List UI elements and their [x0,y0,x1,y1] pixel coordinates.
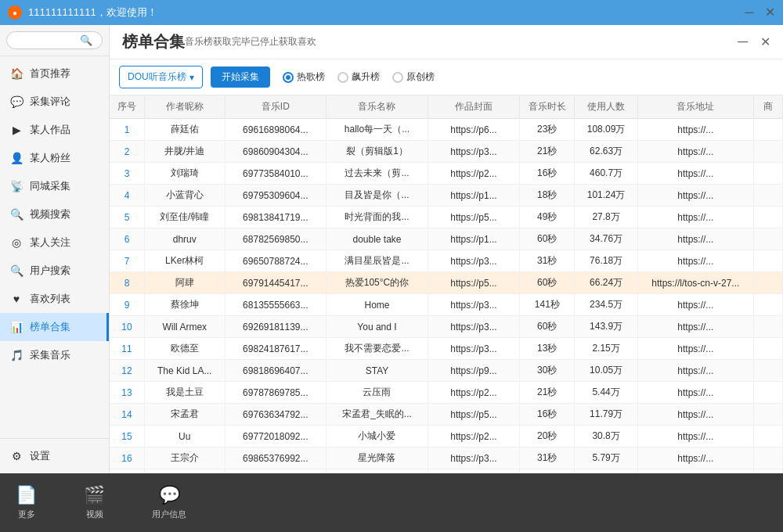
table-cell: 69772018092... [225,426,327,448]
table-cell: https://p9... [428,360,519,382]
table-row[interactable]: 8阿肆69791445417...热爱105°C的你https://p5...6… [110,272,783,294]
table-cell: https://p5... [428,404,519,426]
table-row[interactable]: 3刘瑞琦69773584010...过去未来（剪...https://p2...… [110,163,783,185]
window-controls: ─ ✕ [744,7,775,18]
table-cell: 10.05万 [575,360,637,382]
radio-original[interactable]: 原创榜 [392,70,435,84]
table-cell: 6 [110,228,144,250]
close-button[interactable]: ✕ [764,7,775,18]
table-cell: 68782569850... [225,228,327,250]
table-cell [753,272,782,294]
table-cell: 69269181139... [225,316,327,338]
table-row[interactable]: 14宋孟君69763634792...宋孟君_失眠的...https://p5.… [110,404,783,426]
table-cell: 31秒 [520,448,575,469]
table-cell: 8 [110,272,144,294]
sidebar-item-likes[interactable]: ♥ 喜欢列表 [0,285,109,313]
search-input[interactable] [13,35,80,46]
table-row[interactable]: 7LKer林柯69650788724...满目星辰皆是...https://p3… [110,250,783,272]
table-row[interactable]: 10Will Armex69269181139...You and Ihttps… [110,316,783,338]
table-cell: 60秒 [520,272,575,294]
table-cell: LKer林柯 [144,250,225,272]
sidebar-item-home[interactable]: 🏠 首页推荐 [0,59,109,88]
table-cell: 69860904304... [225,141,327,163]
table-cell: 69650788724... [225,250,327,272]
table-cell: https://... [637,338,753,360]
table-cell [753,207,782,228]
table-cell: https://l/tos-cn-v-27... [637,272,753,294]
sidebar-item-charts[interactable]: 📊 榜单合集 [0,313,109,341]
data-table: 序号 作者昵称 音乐ID 音乐名称 作品封面 音乐时长 使用人数 音乐地址 商 … [110,95,783,473]
sidebar-item-search[interactable]: 🔍 视频搜索 [0,200,109,228]
dropdown-label: DOU听音乐榜 [128,70,186,84]
bottom-item-more[interactable]: 📄 更多 [16,485,37,520]
minimize-icon[interactable]: ─ [738,34,748,50]
sidebar-item-comments[interactable]: 💬 采集评论 [0,88,109,116]
bottom-item-video[interactable]: 🎬 视频 [84,485,105,520]
table-cell: STAY [327,360,428,382]
app-icon: ● [8,5,22,20]
sidebar-item-local[interactable]: 📡 同城采集 [0,172,109,200]
table-row[interactable]: 16王宗介69865376992...星光降落https://p3...31秒5… [110,448,783,469]
table-cell: 2 [110,141,144,163]
radio-hot[interactable]: 热歌榜 [283,70,325,84]
bottom-item-user-info[interactable]: 💬 用户信息 [152,485,186,520]
table-cell: 16秒 [520,163,575,185]
toolbar: DOU听音乐榜 ▾ 开始采集 热歌榜 飙升榜 原创榜 [110,59,783,95]
table-cell [753,426,782,448]
table-cell: https://p3... [428,294,519,316]
table-row[interactable]: 4小蓝背心69795309604...目及皆是你（...https://p1..… [110,185,783,207]
start-collect-button[interactable]: 开始采集 [211,66,270,88]
minimize-button[interactable]: ─ [744,7,755,18]
table-cell: 10 [110,316,144,338]
table-cell: 16秒 [520,404,575,426]
table-cell: https://... [637,141,753,163]
sidebar-item-fans[interactable]: 👤 某人粉丝 [0,144,109,172]
table-row[interactable]: 12The Kid LA...69818696407...STAYhttps:/… [110,360,783,382]
table-cell: 蔡徐坤 [144,294,225,316]
sidebar-item-comments-label: 采集评论 [30,95,70,109]
table-cell [753,294,782,316]
sidebar-item-settings[interactable]: ⚙ 设置 [0,442,109,470]
table-row[interactable]: 2井胧/井迪69860904304...裂（剪辑版1）https://p3...… [110,141,783,163]
dropdown-button[interactable]: DOU听音乐榜 ▾ [119,66,203,88]
table-cell: 热爱105°C的你 [327,272,428,294]
table-cell: 阿肆 [144,272,225,294]
sidebar-item-user-search[interactable]: 🔍 用户搜索 [0,257,109,285]
sidebar-item-likes-label: 喜欢列表 [30,292,70,306]
sidebar-item-follow-label: 某人关注 [30,235,70,250]
table-cell: https://... [637,316,753,338]
table-cell: 27.8万 [575,207,637,228]
table-cell: 62.63万 [575,141,637,163]
table-cell: 11 [110,338,144,360]
table-row[interactable]: 6dhruv68782569850...double takehttps://p… [110,228,783,250]
table-cell: 裂（剪辑版1） [327,141,428,163]
table-cell: 云压雨 [327,382,428,404]
table-cell [753,448,782,469]
table-cell: 21秒 [520,141,575,163]
table-row[interactable]: 9蔡徐坤68135555663...Homehttps://p3...141秒2… [110,294,783,316]
table-row[interactable]: 13我是土豆69787869785...云压雨https://p2...21秒5… [110,382,783,404]
table-row[interactable]: 15Uu69772018092...小城小爱https://p2...20秒30… [110,426,783,448]
page-title: 榜单合集 [122,31,185,52]
table-cell: 69616898064... [225,119,327,141]
radio-dot-rising [337,72,348,83]
table-cell: https://... [637,448,753,469]
close-icon[interactable]: ✕ [760,34,770,49]
search-input-wrap[interactable]: 🔍 [6,31,103,49]
table-row[interactable]: 5刘至佳/韩瞳69813841719...时光背面的我...https://p5… [110,207,783,228]
sidebar-item-music[interactable]: 🎵 采集音乐 [0,341,109,369]
table-cell: https://... [637,404,753,426]
home-icon: 🏠 [9,66,23,81]
table-wrap[interactable]: 序号 作者昵称 音乐ID 音乐名称 作品封面 音乐时长 使用人数 音乐地址 商 … [110,95,783,473]
table-cell: 69824187617... [225,338,327,360]
col-duration: 音乐时长 [520,95,575,119]
sidebar-item-works[interactable]: ▶ 某人作品 [0,116,109,144]
table-row[interactable]: 1薛廷佑69616898064...hallo每一天（...https://p6… [110,119,783,141]
table-cell: 69795309604... [225,185,327,207]
radio-original-label: 原创榜 [406,70,435,84]
comments-icon: 💬 [9,95,23,109]
radio-rising[interactable]: 飙升榜 [337,70,380,84]
table-row[interactable]: 11欧德至69824187617...我不需要恋爱...https://p3..… [110,338,783,360]
table-cell: 4 [110,185,144,207]
sidebar-item-follow[interactable]: ◎ 某人关注 [0,228,109,257]
